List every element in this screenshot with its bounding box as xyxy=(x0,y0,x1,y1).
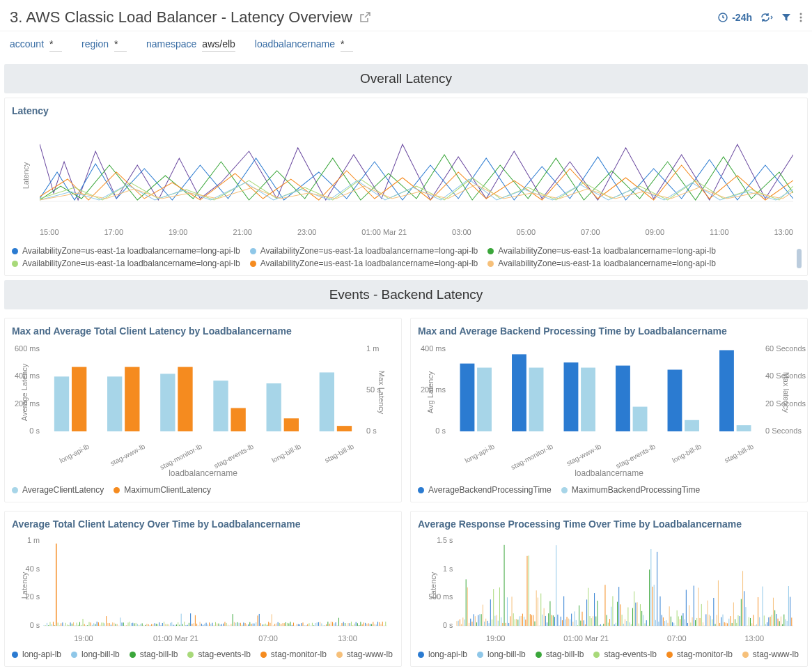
legend-item[interactable]: long-api-lb xyxy=(418,649,467,659)
svg-point-2 xyxy=(800,17,802,19)
filter-bar: account* region* namespaceaws/elb loadba… xyxy=(0,31,812,60)
filter-icon[interactable] xyxy=(781,13,791,22)
x-ticks: long-api-lbstag-www-lbstag-monitor-lbsta… xyxy=(44,443,362,450)
bar-legend: AverageBackendProcessingTime MaximumBack… xyxy=(418,485,800,495)
legend-item[interactable]: AvailabilityZone=us-east-1a loadbalancer… xyxy=(487,259,716,268)
bar-chart-svg: 0 s200 ms400 ms600 ms0 s50 s1 m xyxy=(44,344,362,441)
panel-response-processing-line: Average Response Processing Time Over Ti… xyxy=(410,511,808,667)
legend-item[interactable]: stag-monitor-lb xyxy=(666,649,733,659)
panel-client-latency-line: Average Total Client Latency Over Time b… xyxy=(4,511,402,667)
page-title: 3. AWS Classic Load Balancer - Latency O… xyxy=(10,8,352,26)
svg-rect-44 xyxy=(668,370,682,432)
svg-rect-42 xyxy=(616,366,630,431)
legend-item[interactable]: long-api-lb xyxy=(12,649,61,659)
legend-item[interactable]: stag-events-lb xyxy=(593,649,656,659)
response-processing-line-chart[interactable]: Latency 0 s500 ms1 s1.5 s xyxy=(457,537,793,634)
filter-account[interactable]: account* xyxy=(10,38,62,52)
svg-rect-18 xyxy=(72,367,86,431)
svg-rect-36 xyxy=(460,364,475,431)
y-axis-right-label: Max latency xyxy=(782,372,790,413)
time-range-label: -24h xyxy=(732,12,752,23)
section-overall-latency: Overall Latency xyxy=(4,64,808,93)
svg-text:0 s: 0 s xyxy=(29,426,40,435)
latency-legend: AvailabilityZone=us-east-1a loadbalancer… xyxy=(12,259,800,268)
svg-rect-21 xyxy=(160,374,175,431)
svg-rect-20 xyxy=(125,367,139,431)
svg-text:1 m: 1 m xyxy=(366,344,379,353)
legend-item[interactable]: AvailabilityZone=us-east-1a loadbalancer… xyxy=(12,246,240,256)
legend-item[interactable]: stag-monitor-lb xyxy=(260,649,327,659)
panel-title: Average Response Processing Time Over Ti… xyxy=(418,518,800,530)
y-axis-left-label: Average Latency xyxy=(20,364,29,421)
svg-rect-41 xyxy=(581,368,595,431)
filter-loadbalancername[interactable]: loadbalancername* xyxy=(255,38,353,52)
legend-item[interactable]: long-bill-lb xyxy=(477,649,526,659)
svg-point-1 xyxy=(800,13,802,15)
legend-item[interactable]: AverageBackendProcessingTime xyxy=(418,485,552,495)
panel-title: Max and Average Backend Processing Time … xyxy=(418,325,800,337)
svg-point-3 xyxy=(800,20,802,22)
svg-text:1.5 s: 1.5 s xyxy=(437,536,453,544)
svg-text:0 Seconds: 0 Seconds xyxy=(765,426,802,435)
svg-rect-25 xyxy=(267,383,281,431)
legend-item[interactable]: stag-www-lb xyxy=(336,649,393,659)
filter-region[interactable]: region* xyxy=(81,38,127,52)
svg-rect-19 xyxy=(107,376,122,431)
y-axis-right-label: Max Latency xyxy=(377,371,386,414)
client-latency-bar-chart[interactable]: Average Latency Max Latency 0 s200 ms400… xyxy=(44,344,362,441)
latency-y-axis-label: Latency xyxy=(22,162,30,190)
svg-rect-47 xyxy=(737,425,751,431)
x-axis-label: loadbalancername xyxy=(418,468,800,478)
bar-legend: AverageClientLatency MaximumClientLatenc… xyxy=(12,485,394,495)
y-axis-left-label: Latency xyxy=(429,572,437,599)
legend-item[interactable]: stag-www-lb xyxy=(742,649,799,659)
legend-item[interactable]: AvailabilityZone=us-east-1a loadbalancer… xyxy=(12,259,240,268)
panel-title: Max and Average Total Client Latency by … xyxy=(12,325,394,337)
legend-item[interactable]: MaximumBackendProcessingTime xyxy=(561,485,700,495)
x-ticks: 19:0001:00 Mar 2107:0013:00 xyxy=(44,634,387,643)
dashboard-header: 3. AWS Classic Load Balancer - Latency O… xyxy=(0,0,812,31)
section-backend-latency: Events - Backend Latency xyxy=(4,280,808,309)
backend-processing-bar-chart[interactable]: Avg Latency Max latency 0 s200 ms400 ms0… xyxy=(450,344,761,441)
scrollbar-thumb[interactable] xyxy=(797,249,802,268)
panel-latency-title: Latency xyxy=(12,105,800,116)
time-range-picker[interactable]: -24h xyxy=(718,12,752,23)
more-menu-icon[interactable] xyxy=(799,13,802,22)
svg-rect-27 xyxy=(320,372,334,431)
svg-text:0 s: 0 s xyxy=(443,621,453,629)
svg-text:0 s: 0 s xyxy=(30,621,40,629)
client-latency-line-chart[interactable]: Latency 0 s20 s40 s1 m xyxy=(44,537,387,634)
svg-rect-22 xyxy=(178,367,192,431)
legend-item[interactable]: MaximumClientLatency xyxy=(114,485,211,495)
x-ticks: 19:0001:00 Mar 2107:0013:00 xyxy=(457,634,793,643)
refresh-icon[interactable] xyxy=(760,13,773,22)
bar-chart-svg: 0 s200 ms400 ms0 Seconds20 Seconds40 Sec… xyxy=(450,344,761,441)
legend-item[interactable]: AvailabilityZone=us-east-1a loadbalancer… xyxy=(250,246,478,256)
svg-rect-40 xyxy=(564,362,579,431)
svg-text:0 s: 0 s xyxy=(366,426,377,435)
svg-rect-26 xyxy=(284,418,299,431)
latency-chart[interactable]: Latency 15 s 10 s 5 s 0 s -5 s xyxy=(40,123,793,228)
legend-item[interactable]: AvailabilityZone=us-east-1a loadbalancer… xyxy=(250,259,478,268)
filter-namespace[interactable]: namespaceaws/elb xyxy=(146,38,235,52)
legend-item[interactable]: stag-events-lb xyxy=(187,649,250,659)
share-icon[interactable] xyxy=(359,12,370,23)
svg-text:600 ms: 600 ms xyxy=(15,344,40,353)
svg-rect-38 xyxy=(512,354,526,431)
legend-item[interactable]: stag-bill-lb xyxy=(130,649,178,659)
legend-item[interactable]: long-bill-lb xyxy=(71,649,120,659)
legend-item[interactable]: AvailabilityZone=us-east-1a loadbalancer… xyxy=(487,246,716,256)
svg-rect-45 xyxy=(685,420,699,431)
svg-rect-24 xyxy=(231,408,245,431)
latency-svg: 15 s 10 s 5 s 0 s -5 s xyxy=(40,123,793,228)
svg-rect-43 xyxy=(633,407,648,431)
svg-text:60 Seconds: 60 Seconds xyxy=(765,344,806,353)
x-axis-label: loadbalancername xyxy=(12,468,394,478)
svg-text:400 ms: 400 ms xyxy=(421,344,446,353)
legend-item[interactable]: stag-bill-lb xyxy=(536,649,584,659)
panel-latency: Latency Latency 15 s 10 s 5 s 0 s -5 s xyxy=(4,98,808,276)
svg-text:0 s: 0 s xyxy=(435,426,446,435)
legend-item[interactable]: AverageClientLatency xyxy=(12,485,104,495)
x-ticks: long-api-lbstag-monitor-lbstag-www-lbsta… xyxy=(450,443,761,450)
svg-rect-17 xyxy=(54,376,69,431)
